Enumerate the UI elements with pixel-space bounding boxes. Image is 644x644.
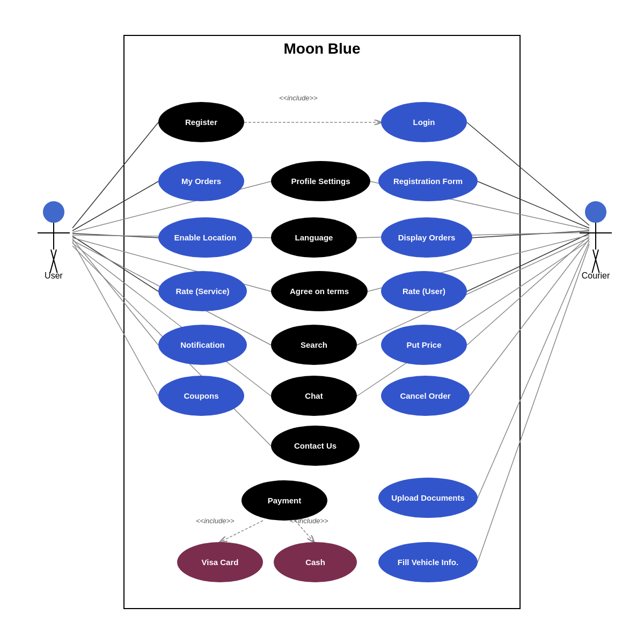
courier-actor: Courier <box>580 201 612 281</box>
ellipse-rate-service: Rate (Service) <box>158 271 247 311</box>
ellipse-upload-documents: Upload Documents <box>378 478 478 518</box>
ellipse-language: Language <box>271 217 357 258</box>
user-actor-body <box>38 223 70 282</box>
ellipse-coupons: Coupons <box>158 376 244 416</box>
ellipse-put-price: Put Price <box>381 325 467 365</box>
ellipse-visa-card: Visa Card <box>177 542 263 582</box>
include-label-inc1: <<include>> <box>279 94 318 102</box>
ellipse-enable-location: Enable Location <box>158 217 252 258</box>
ellipse-profile-settings: Profile Settings <box>271 161 370 201</box>
ellipse-search: Search <box>271 325 357 365</box>
courier-actor-body <box>580 223 612 282</box>
ellipse-cash: Cash <box>274 542 357 582</box>
ellipse-login: Login <box>381 102 467 142</box>
ellipse-notification: Notification <box>158 325 247 365</box>
user-actor: User <box>38 201 70 281</box>
ellipse-display-orders: Display Orders <box>381 217 472 258</box>
include-label-inc3: <<include>> <box>290 517 328 525</box>
ellipse-rate-user: Rate (User) <box>381 271 467 311</box>
user-actor-head <box>43 201 64 223</box>
ellipse-registration-form: Registration Form <box>378 161 478 201</box>
ellipse-register: Register <box>158 102 244 142</box>
ellipse-my-orders: My Orders <box>158 161 244 201</box>
ellipse-fill-vehicle: Fill Vehicle Info. <box>378 542 478 582</box>
ellipse-agree-on-terms: Agree on terms <box>271 271 368 311</box>
system-title: Moon Blue <box>123 35 521 57</box>
diagram-container: Moon Blue <box>27 19 617 625</box>
ellipse-cancel-order: Cancel Order <box>381 376 470 416</box>
include-label-inc2: <<include>> <box>196 517 235 525</box>
ellipse-contact-us: Contact Us <box>271 426 360 466</box>
ellipse-payment: Payment <box>241 480 327 521</box>
courier-actor-head <box>585 201 606 223</box>
ellipse-chat: Chat <box>271 376 357 416</box>
